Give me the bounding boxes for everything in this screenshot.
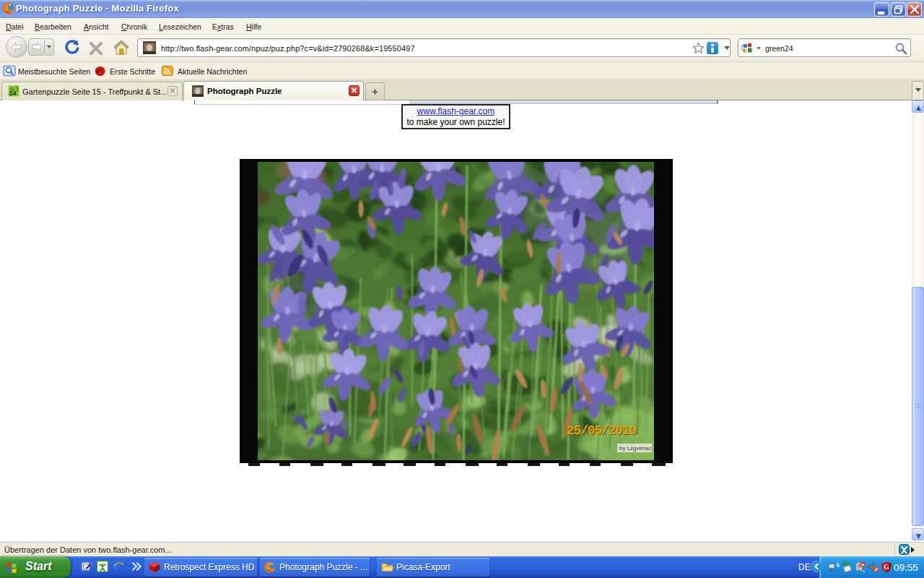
svg-text:25/05/2010: 25/05/2010 <box>567 423 636 438</box>
svg-text:e: e <box>113 561 118 571</box>
svg-text:by Lzgvimac: by Lzgvimac <box>619 445 651 452</box>
svg-text:G: G <box>10 86 14 92</box>
svg-text:G: G <box>884 564 889 571</box>
